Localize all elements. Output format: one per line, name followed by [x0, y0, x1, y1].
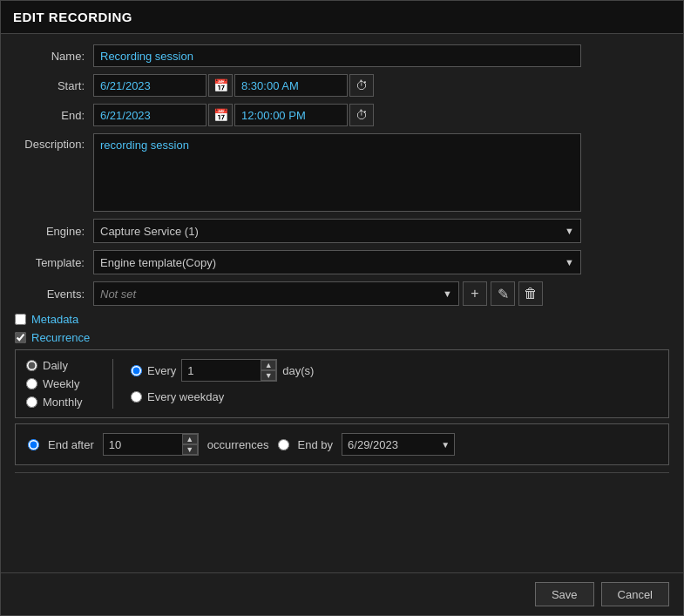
engine-dropdown-wrapper: Capture Service (1) ▼	[93, 219, 581, 243]
end-after-spinner-down[interactable]: ▼	[182, 444, 198, 455]
engine-label: Engine:	[15, 225, 93, 238]
daily-label[interactable]: Daily	[43, 359, 68, 372]
recurrence-inner: Daily Weekly Monthly	[26, 359, 658, 409]
name-row: Name:	[15, 44, 669, 67]
end-date-select[interactable]: 6/29/2023	[342, 433, 455, 456]
recurrence-box: Daily Weekly Monthly	[15, 349, 669, 418]
events-row: Events: Not set ▼ + ✎ 🗑	[15, 281, 669, 306]
description-label: Description:	[15, 133, 93, 151]
weekday-row: Every weekday	[131, 390, 658, 403]
edit-icon: ✎	[498, 286, 509, 302]
start-row: Start: 📅 ⏱	[15, 74, 669, 97]
recurrence-options: Every ▲ ▼ day(s) Every week	[131, 359, 658, 409]
title-bar: Edit Recording	[1, 1, 683, 34]
every-input-wrapper: ▲ ▼	[181, 359, 277, 382]
every-spinner-up[interactable]: ▲	[261, 360, 276, 370]
end-after-label[interactable]: End after	[48, 438, 94, 451]
clock-icon-2: ⏱	[356, 108, 368, 122]
recurrence-checkbox[interactable]	[15, 332, 26, 343]
metadata-label[interactable]: Metadata	[31, 313, 78, 326]
events-dropdown-wrapper: Not set ▼	[93, 281, 459, 306]
end-after-spinners: ▲ ▼	[182, 434, 198, 455]
name-label: Name:	[15, 50, 93, 63]
delete-event-btn[interactable]: 🗑	[518, 281, 543, 306]
recurrence-label[interactable]: Recurrence	[31, 331, 90, 344]
start-label: Start:	[15, 79, 93, 92]
start-date-input[interactable]	[93, 74, 207, 97]
end-by-label[interactable]: End by	[298, 438, 333, 451]
weekly-radio-item: Weekly	[26, 377, 95, 390]
cancel-button[interactable]: Cancel	[601, 582, 669, 606]
occurrences-label: occurrences	[207, 438, 269, 451]
end-label: End:	[15, 109, 93, 122]
end-row-inner: End after ▲ ▼ occurrences End by 6/29/20…	[28, 433, 656, 456]
engine-row: Engine: Capture Service (1) ▼	[15, 219, 669, 243]
end-date-input[interactable]	[93, 104, 207, 126]
delete-icon: 🗑	[524, 286, 538, 301]
name-input[interactable]	[93, 44, 581, 67]
start-clock-btn[interactable]: ⏱	[349, 74, 374, 97]
end-calendar-btn[interactable]: 📅	[208, 104, 233, 126]
edit-event-btn[interactable]: ✎	[491, 281, 515, 306]
recurrence-types: Daily Weekly Monthly	[26, 359, 113, 409]
weekly-radio[interactable]	[26, 378, 37, 389]
description-row: Description: recording session	[15, 133, 669, 212]
footer-divider	[15, 472, 669, 473]
edit-recording-dialog: Edit Recording Name: Start: 📅 ⏱ End: 📅	[0, 0, 684, 616]
weekday-label[interactable]: Every weekday	[147, 390, 224, 403]
metadata-checkbox[interactable]	[15, 314, 26, 325]
end-by-radio[interactable]	[278, 439, 289, 450]
weekly-label[interactable]: Weekly	[43, 377, 79, 390]
end-box: End after ▲ ▼ occurrences End by 6/29/20…	[15, 423, 669, 465]
calendar-icon-2: 📅	[213, 108, 228, 122]
dialog-footer: Save Cancel	[1, 572, 683, 615]
template-select[interactable]: Engine template(Copy)	[93, 250, 581, 274]
daily-radio-item: Daily	[26, 359, 95, 372]
start-calendar-btn[interactable]: 📅	[208, 74, 233, 97]
dialog-content: Name: Start: 📅 ⏱ End: 📅 ⏱	[1, 34, 683, 572]
every-spinners: ▲ ▼	[261, 360, 276, 381]
monthly-radio[interactable]	[26, 396, 37, 408]
engine-select[interactable]: Capture Service (1)	[93, 219, 581, 243]
every-radio[interactable]	[131, 365, 142, 376]
calendar-icon: 📅	[213, 78, 228, 92]
end-clock-btn[interactable]: ⏱	[349, 104, 374, 126]
template-dropdown-wrapper: Engine template(Copy) ▼	[93, 250, 581, 274]
end-row: End: 📅 ⏱	[15, 104, 669, 126]
end-time-input[interactable]	[234, 104, 348, 126]
end-after-spinner-up[interactable]: ▲	[182, 434, 198, 444]
weekday-radio[interactable]	[131, 391, 142, 403]
metadata-row: Metadata	[15, 313, 669, 326]
save-button[interactable]: Save	[535, 582, 594, 606]
template-label: Template:	[15, 256, 93, 269]
daily-radio[interactable]	[26, 360, 37, 371]
monthly-label[interactable]: Monthly	[43, 396, 83, 409]
recurrence-row: Recurrence	[15, 331, 669, 344]
start-time-input[interactable]	[234, 74, 348, 97]
clock-icon: ⏱	[356, 78, 368, 92]
every-label[interactable]: Every	[147, 364, 176, 377]
days-label: day(s)	[282, 364, 314, 377]
every-spinner-down[interactable]: ▼	[261, 370, 276, 381]
events-label: Events:	[15, 288, 93, 301]
description-input[interactable]: recording session	[93, 133, 581, 212]
dialog-title: Edit Recording	[13, 10, 671, 24]
add-icon: +	[471, 286, 478, 301]
template-row: Template: Engine template(Copy) ▼	[15, 250, 669, 274]
add-event-btn[interactable]: +	[463, 281, 487, 306]
monthly-radio-item: Monthly	[26, 396, 95, 409]
end-after-radio[interactable]	[28, 439, 39, 450]
end-date-wrapper: 6/29/2023 ▼	[342, 433, 455, 456]
every-row: Every ▲ ▼ day(s)	[131, 359, 658, 382]
end-after-input-wrapper: ▲ ▼	[103, 433, 199, 456]
events-select[interactable]: Not set	[93, 281, 459, 306]
